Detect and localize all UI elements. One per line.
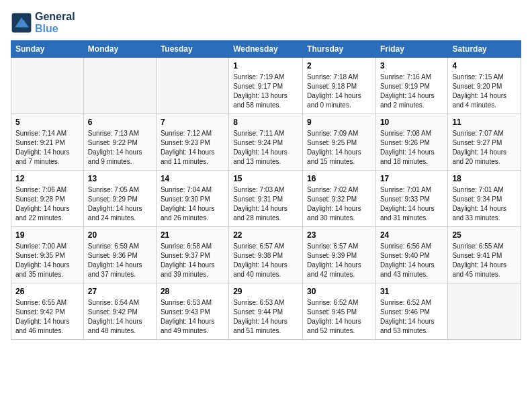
day-number: 9 <box>307 118 371 127</box>
day-number: 5 <box>15 118 79 127</box>
calendar-header-row: SundayMondayTuesdayWednesdayThursdayFrid… <box>11 41 521 58</box>
day-number: 26 <box>15 287 79 296</box>
day-header-friday: Friday <box>375 41 447 58</box>
calendar-cell: 30Sunrise: 6:52 AMSunset: 9:45 PMDayligh… <box>303 283 376 340</box>
calendar-cell: 16Sunrise: 7:02 AMSunset: 9:32 PMDayligh… <box>303 171 376 227</box>
calendar-cell: 17Sunrise: 7:01 AMSunset: 9:33 PMDayligh… <box>375 171 447 227</box>
day-info: Sunrise: 6:55 AMSunset: 9:41 PMDaylight:… <box>452 242 517 279</box>
day-info: Sunrise: 6:52 AMSunset: 9:46 PMDaylight:… <box>380 298 443 336</box>
day-number: 28 <box>161 287 224 296</box>
day-number: 3 <box>380 61 443 71</box>
calendar-cell <box>83 58 156 114</box>
calendar-week-4: 19Sunrise: 7:00 AMSunset: 9:35 PMDayligh… <box>11 227 521 283</box>
day-number: 25 <box>452 230 517 240</box>
day-info: Sunrise: 7:15 AMSunset: 9:20 PMDaylight:… <box>452 73 517 110</box>
calendar-cell: 24Sunrise: 6:56 AMSunset: 9:40 PMDayligh… <box>375 227 447 283</box>
day-number: 24 <box>380 230 443 240</box>
calendar-cell <box>11 58 84 114</box>
day-info: Sunrise: 7:12 AMSunset: 9:23 PMDaylight:… <box>161 129 224 167</box>
day-number: 11 <box>452 118 517 127</box>
calendar-week-5: 26Sunrise: 6:55 AMSunset: 9:42 PMDayligh… <box>11 283 521 340</box>
calendar-cell: 8Sunrise: 7:11 AMSunset: 9:24 PMDaylight… <box>229 114 303 171</box>
calendar-cell: 3Sunrise: 7:16 AMSunset: 9:19 PMDaylight… <box>375 58 447 114</box>
calendar-cell: 23Sunrise: 6:57 AMSunset: 9:39 PMDayligh… <box>303 227 376 283</box>
calendar-cell: 25Sunrise: 6:55 AMSunset: 9:41 PMDayligh… <box>448 227 521 283</box>
day-info: Sunrise: 7:18 AMSunset: 9:18 PMDaylight:… <box>307 73 371 110</box>
calendar-cell: 28Sunrise: 6:53 AMSunset: 9:43 PMDayligh… <box>156 283 228 340</box>
day-number: 31 <box>380 287 443 296</box>
calendar-week-1: 1Sunrise: 7:19 AMSunset: 9:17 PMDaylight… <box>11 58 521 114</box>
day-header-tuesday: Tuesday <box>156 41 228 58</box>
day-info: Sunrise: 6:52 AMSunset: 9:45 PMDaylight:… <box>307 298 371 336</box>
logo-icon <box>11 12 32 34</box>
day-number: 20 <box>88 230 152 240</box>
calendar-cell: 12Sunrise: 7:06 AMSunset: 9:28 PMDayligh… <box>11 171 84 227</box>
day-info: Sunrise: 6:54 AMSunset: 9:42 PMDaylight:… <box>88 298 152 336</box>
calendar-cell: 27Sunrise: 6:54 AMSunset: 9:42 PMDayligh… <box>83 283 156 340</box>
day-info: Sunrise: 6:53 AMSunset: 9:43 PMDaylight:… <box>161 298 224 336</box>
calendar-cell: 1Sunrise: 7:19 AMSunset: 9:17 PMDaylight… <box>229 58 303 114</box>
calendar-cell: 31Sunrise: 6:52 AMSunset: 9:46 PMDayligh… <box>375 283 447 340</box>
day-number: 8 <box>233 118 298 127</box>
calendar-cell: 15Sunrise: 7:03 AMSunset: 9:31 PMDayligh… <box>229 171 303 227</box>
calendar-cell: 22Sunrise: 6:57 AMSunset: 9:38 PMDayligh… <box>229 227 303 283</box>
logo-text: General Blue <box>35 11 75 35</box>
logo: General Blue <box>11 11 75 35</box>
day-info: Sunrise: 7:00 AMSunset: 9:35 PMDaylight:… <box>15 242 79 279</box>
day-number: 21 <box>161 230 224 240</box>
day-info: Sunrise: 7:03 AMSunset: 9:31 PMDaylight:… <box>233 185 298 223</box>
day-number: 15 <box>233 174 298 183</box>
day-info: Sunrise: 7:04 AMSunset: 9:30 PMDaylight:… <box>161 185 224 223</box>
day-info: Sunrise: 7:02 AMSunset: 9:32 PMDaylight:… <box>307 185 371 223</box>
day-number: 1 <box>233 61 298 71</box>
day-info: Sunrise: 7:01 AMSunset: 9:34 PMDaylight:… <box>452 185 517 223</box>
day-info: Sunrise: 7:11 AMSunset: 9:24 PMDaylight:… <box>233 129 298 167</box>
day-number: 22 <box>233 230 298 240</box>
calendar-cell: 9Sunrise: 7:09 AMSunset: 9:25 PMDaylight… <box>303 114 376 171</box>
day-info: Sunrise: 6:53 AMSunset: 9:44 PMDaylight:… <box>233 298 298 336</box>
day-number: 12 <box>15 174 79 183</box>
day-number: 10 <box>380 118 443 127</box>
day-header-thursday: Thursday <box>303 41 376 58</box>
calendar-cell: 21Sunrise: 6:58 AMSunset: 9:37 PMDayligh… <box>156 227 228 283</box>
day-number: 30 <box>307 287 371 296</box>
calendar-cell: 26Sunrise: 6:55 AMSunset: 9:42 PMDayligh… <box>11 283 84 340</box>
day-info: Sunrise: 6:57 AMSunset: 9:39 PMDaylight:… <box>307 242 371 279</box>
day-number: 23 <box>307 230 371 240</box>
calendar-cell: 5Sunrise: 7:14 AMSunset: 9:21 PMDaylight… <box>11 114 84 171</box>
calendar-week-2: 5Sunrise: 7:14 AMSunset: 9:21 PMDaylight… <box>11 114 521 171</box>
day-info: Sunrise: 7:14 AMSunset: 9:21 PMDaylight:… <box>15 129 79 167</box>
calendar-cell: 19Sunrise: 7:00 AMSunset: 9:35 PMDayligh… <box>11 227 84 283</box>
day-info: Sunrise: 6:59 AMSunset: 9:36 PMDaylight:… <box>88 242 152 279</box>
header: General Blue <box>11 11 521 35</box>
calendar-cell: 20Sunrise: 6:59 AMSunset: 9:36 PMDayligh… <box>83 227 156 283</box>
day-number: 19 <box>15 230 79 240</box>
calendar-cell <box>156 58 228 114</box>
day-info: Sunrise: 7:01 AMSunset: 9:33 PMDaylight:… <box>380 185 443 223</box>
day-number: 17 <box>380 174 443 183</box>
calendar-cell: 2Sunrise: 7:18 AMSunset: 9:18 PMDaylight… <box>303 58 376 114</box>
day-number: 29 <box>233 287 298 296</box>
day-number: 4 <box>452 61 517 71</box>
day-info: Sunrise: 7:08 AMSunset: 9:26 PMDaylight:… <box>380 129 443 167</box>
calendar-cell: 13Sunrise: 7:05 AMSunset: 9:29 PMDayligh… <box>83 171 156 227</box>
calendar-table: SundayMondayTuesdayWednesdayThursdayFrid… <box>11 40 521 340</box>
day-number: 2 <box>307 61 371 71</box>
calendar-cell: 7Sunrise: 7:12 AMSunset: 9:23 PMDaylight… <box>156 114 228 171</box>
calendar-cell: 10Sunrise: 7:08 AMSunset: 9:26 PMDayligh… <box>375 114 447 171</box>
day-info: Sunrise: 6:55 AMSunset: 9:42 PMDaylight:… <box>15 298 79 336</box>
day-info: Sunrise: 6:56 AMSunset: 9:40 PMDaylight:… <box>380 242 443 279</box>
day-info: Sunrise: 7:13 AMSunset: 9:22 PMDaylight:… <box>88 129 152 167</box>
calendar-cell: 4Sunrise: 7:15 AMSunset: 9:20 PMDaylight… <box>448 58 521 114</box>
day-header-saturday: Saturday <box>448 41 521 58</box>
day-header-sunday: Sunday <box>11 41 84 58</box>
day-info: Sunrise: 7:06 AMSunset: 9:28 PMDaylight:… <box>15 185 79 223</box>
calendar-cell: 6Sunrise: 7:13 AMSunset: 9:22 PMDaylight… <box>83 114 156 171</box>
calendar-cell: 18Sunrise: 7:01 AMSunset: 9:34 PMDayligh… <box>448 171 521 227</box>
day-info: Sunrise: 7:05 AMSunset: 9:29 PMDaylight:… <box>88 185 152 223</box>
day-number: 18 <box>452 174 517 183</box>
calendar-cell: 29Sunrise: 6:53 AMSunset: 9:44 PMDayligh… <box>229 283 303 340</box>
day-number: 7 <box>161 118 224 127</box>
day-info: Sunrise: 7:09 AMSunset: 9:25 PMDaylight:… <box>307 129 371 167</box>
day-info: Sunrise: 6:57 AMSunset: 9:38 PMDaylight:… <box>233 242 298 279</box>
